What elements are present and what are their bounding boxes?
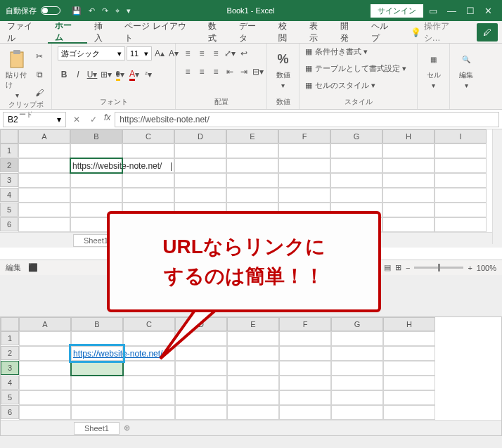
view-layout-icon[interactable]: ▤ bbox=[384, 263, 391, 272]
col-header[interactable]: E bbox=[227, 317, 279, 331]
col-header[interactable]: F bbox=[278, 129, 330, 143]
cell[interactable] bbox=[18, 203, 70, 217]
cell[interactable] bbox=[226, 158, 278, 173]
tab-home[interactable]: ホーム bbox=[48, 21, 87, 44]
cell[interactable] bbox=[278, 143, 330, 158]
cell[interactable] bbox=[278, 188, 330, 203]
cell[interactable] bbox=[278, 173, 330, 188]
cells-button[interactable]: ▦ セル ▾ bbox=[423, 46, 444, 89]
new-sheet-button[interactable]: ⊕ bbox=[120, 423, 135, 433]
cell[interactable] bbox=[279, 361, 331, 376]
align-center-icon[interactable]: ≡ bbox=[195, 65, 208, 79]
cell[interactable] bbox=[279, 390, 331, 405]
cell[interactable] bbox=[227, 405, 279, 420]
cell[interactable] bbox=[383, 361, 435, 376]
tab-insert[interactable]: 挿入 bbox=[87, 21, 118, 44]
cell[interactable] bbox=[71, 390, 123, 405]
cell[interactable] bbox=[435, 188, 487, 203]
cell[interactable] bbox=[330, 188, 382, 203]
cell[interactable] bbox=[382, 188, 435, 203]
phonetic-button[interactable]: ᶻ▾ bbox=[142, 68, 155, 82]
vertical-scrollbar[interactable] bbox=[492, 129, 502, 244]
cell[interactable] bbox=[331, 346, 383, 361]
cell[interactable] bbox=[70, 173, 122, 188]
font-color-button[interactable]: A▾ bbox=[128, 68, 141, 82]
cell[interactable] bbox=[70, 143, 122, 158]
cell[interactable] bbox=[383, 390, 435, 405]
cell[interactable] bbox=[383, 346, 435, 361]
cell[interactable] bbox=[382, 203, 435, 217]
cell[interactable] bbox=[71, 405, 123, 420]
tab-data[interactable]: データ bbox=[232, 21, 271, 44]
align-bottom-icon[interactable]: ≡ bbox=[210, 46, 222, 60]
font-name-select[interactable]: 游ゴシック▾ bbox=[58, 46, 125, 60]
cell[interactable] bbox=[174, 158, 226, 173]
align-right-icon[interactable]: ≡ bbox=[210, 65, 222, 79]
zoom-in-icon[interactable]: + bbox=[468, 264, 472, 272]
format-painter-icon[interactable]: 🖌 bbox=[33, 86, 46, 100]
align-middle-icon[interactable]: ≡ bbox=[195, 46, 208, 60]
col-header[interactable]: H bbox=[383, 317, 435, 331]
tab-review[interactable]: 校閲 bbox=[271, 21, 302, 44]
cell[interactable] bbox=[331, 361, 383, 376]
cell[interactable] bbox=[382, 173, 435, 188]
cell[interactable] bbox=[330, 173, 382, 188]
tab-file[interactable]: ファイル bbox=[0, 21, 48, 44]
cell[interactable] bbox=[70, 188, 122, 203]
cell[interactable] bbox=[279, 405, 331, 420]
cell[interactable] bbox=[330, 143, 382, 158]
row-header[interactable]: 3 bbox=[0, 173, 18, 187]
tab-formulas[interactable]: 数式 bbox=[201, 21, 232, 44]
row-header[interactable]: 4 bbox=[0, 188, 18, 202]
cell[interactable] bbox=[19, 376, 71, 390]
col-header[interactable]: G bbox=[331, 317, 383, 331]
font-size-select[interactable]: 11▾ bbox=[127, 46, 152, 60]
fx-icon[interactable]: fx bbox=[104, 113, 110, 127]
cell[interactable] bbox=[226, 188, 278, 203]
macro-record-icon[interactable]: ⬛ bbox=[28, 263, 38, 272]
number-format-button[interactable]: % 数値 ▾ bbox=[273, 46, 293, 89]
cell[interactable] bbox=[435, 158, 487, 173]
cell[interactable] bbox=[331, 376, 383, 390]
cell[interactable] bbox=[382, 143, 435, 158]
cell[interactable] bbox=[18, 158, 70, 173]
cancel-edit-icon[interactable]: ✕ bbox=[70, 113, 83, 127]
view-break-icon[interactable]: ⊞ bbox=[395, 263, 401, 272]
cell[interactable] bbox=[18, 188, 70, 203]
col-header[interactable]: B bbox=[71, 317, 123, 331]
tab-help[interactable]: ヘルプ bbox=[364, 21, 404, 44]
cell[interactable] bbox=[123, 376, 175, 390]
cell[interactable] bbox=[174, 188, 226, 203]
cell[interactable] bbox=[123, 405, 175, 420]
cell[interactable] bbox=[18, 173, 70, 188]
cell-b2-active[interactable]: https://website-note.net/| bbox=[70, 158, 122, 173]
row-header[interactable]: 2 bbox=[1, 346, 19, 360]
cell-b3-selected[interactable] bbox=[71, 361, 123, 376]
autosave-toggle[interactable] bbox=[41, 6, 60, 15]
cell[interactable] bbox=[330, 158, 382, 173]
confirm-edit-icon[interactable]: ✓ bbox=[87, 113, 100, 127]
indent-inc-icon[interactable]: ⇥ bbox=[238, 65, 250, 79]
signin-button[interactable]: サインイン bbox=[371, 4, 423, 18]
maximize-icon[interactable]: ☐ bbox=[466, 6, 475, 16]
cell[interactable] bbox=[122, 143, 174, 158]
cell[interactable] bbox=[71, 331, 123, 346]
tab-view[interactable]: 表示 bbox=[302, 21, 333, 44]
cell[interactable] bbox=[19, 361, 71, 376]
row-header[interactable]: 5 bbox=[1, 390, 19, 404]
cell-styles-button[interactable]: ▦セルのスタイル ▾ bbox=[305, 80, 375, 91]
cell[interactable] bbox=[71, 376, 123, 390]
cell[interactable] bbox=[122, 173, 174, 188]
cell[interactable] bbox=[382, 158, 435, 173]
share-button[interactable]: 🖊 bbox=[477, 23, 498, 41]
worksheet-grid-2[interactable]: A B C D E F G H 1 2 https://website-note… bbox=[1, 317, 501, 420]
select-all-corner[interactable] bbox=[1, 317, 19, 331]
row-header[interactable]: 6 bbox=[0, 217, 18, 231]
cell[interactable] bbox=[18, 143, 70, 158]
col-header[interactable]: G bbox=[330, 129, 382, 143]
col-header[interactable]: B bbox=[70, 129, 122, 143]
sheet-tab[interactable]: Sheet1 bbox=[74, 422, 120, 435]
cell[interactable] bbox=[175, 376, 227, 390]
tab-layout[interactable]: ページ レイアウト bbox=[117, 21, 201, 44]
tell-me-search[interactable]: 💡 操作アシ… bbox=[404, 20, 473, 44]
